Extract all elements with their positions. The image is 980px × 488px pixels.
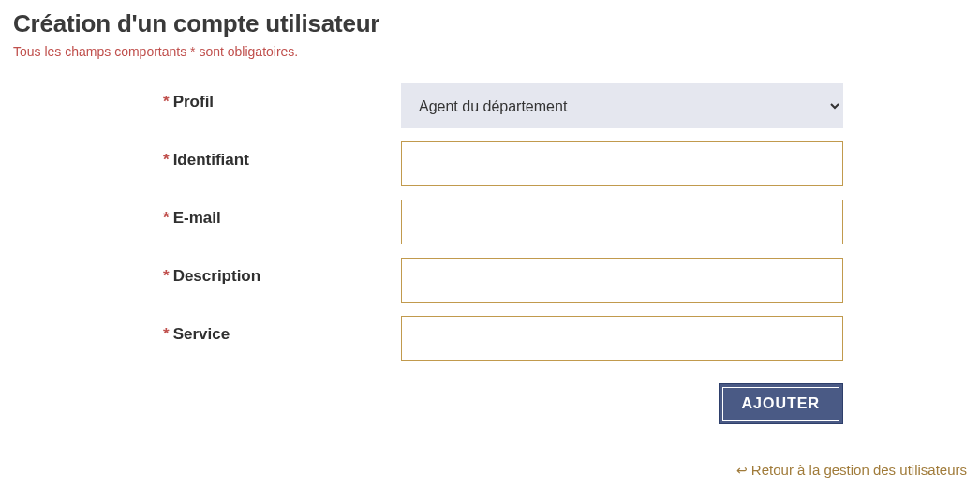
description-input[interactable] — [401, 258, 843, 303]
service-label: *Service — [163, 316, 401, 344]
required-star-icon: * — [163, 93, 170, 111]
service-input[interactable] — [401, 316, 843, 361]
required-star-icon: * — [163, 151, 170, 169]
reply-arrow-icon: ↩ — [736, 463, 748, 478]
required-star-icon: * — [163, 325, 170, 343]
profil-label: *Profil — [163, 83, 401, 111]
email-input[interactable] — [401, 200, 843, 244]
required-star-icon: * — [163, 267, 170, 285]
back-link[interactable]: ↩Retour à la gestion des utilisateurs — [736, 462, 967, 478]
identifiant-input[interactable] — [401, 141, 843, 186]
email-label: *E-mail — [163, 200, 401, 228]
description-label-text: Description — [173, 267, 261, 285]
service-label-text: Service — [173, 325, 230, 343]
submit-button[interactable]: AJOUTER — [719, 383, 843, 424]
email-label-text: E-mail — [173, 209, 221, 227]
profil-label-text: Profil — [173, 93, 214, 111]
identifiant-label: *Identifiant — [163, 141, 401, 170]
identifiant-label-text: Identifiant — [173, 151, 249, 169]
required-fields-note: Tous les champs comportants * sont oblig… — [13, 44, 967, 59]
description-label: *Description — [163, 258, 401, 286]
required-star-icon: * — [163, 209, 170, 227]
back-link-text: Retour à la gestion des utilisateurs — [751, 462, 967, 478]
page-title: Création d'un compte utilisateur — [13, 9, 967, 38]
profil-select[interactable]: Agent du département — [401, 83, 843, 128]
